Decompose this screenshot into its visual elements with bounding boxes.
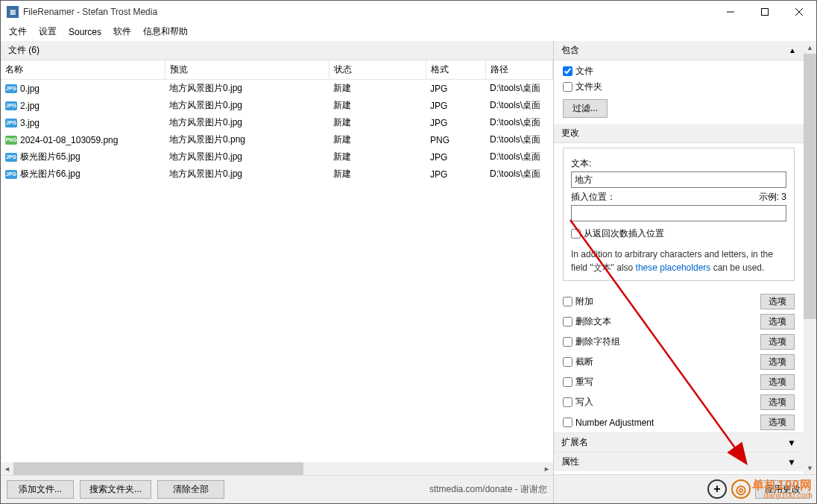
v-scroll-thumb[interactable] (804, 54, 816, 319)
apply-changes-button[interactable]: 应用更改 (755, 480, 810, 499)
scroll-up-icon[interactable]: ▲ (804, 41, 816, 54)
h-scroll-thumb[interactable] (13, 462, 303, 475)
scroll-down-icon[interactable]: ▼ (804, 462, 816, 474)
filter-button[interactable]: 过滤... (563, 99, 608, 118)
option-checkbox[interactable] (563, 418, 572, 427)
change-header[interactable]: 更改 (554, 124, 804, 143)
close-button[interactable] (782, 1, 816, 23)
position-label: 插入位置： (571, 191, 616, 204)
jpg-icon: JPG (5, 119, 17, 127)
filelist-header-label: 文件 (6) (8, 44, 40, 57)
col-preview[interactable]: 预览 (165, 60, 329, 80)
col-format[interactable]: 格式 (426, 60, 485, 80)
option-checkbox[interactable] (563, 357, 572, 367)
option-checkbox[interactable] (563, 377, 572, 387)
option-button[interactable]: 选项 (760, 354, 795, 370)
return-count-checkbox[interactable] (571, 229, 581, 239)
option-button[interactable]: 选项 (760, 294, 795, 309)
text-input[interactable] (571, 171, 786, 188)
svg-rect-1 (762, 9, 769, 16)
option-checkbox[interactable] (563, 397, 572, 407)
placeholders-link[interactable]: these placeholders (636, 262, 711, 273)
table-row[interactable]: JPG3.jpg地方风景图片0.jpg新建JPGD:\tools\桌面 (1, 114, 553, 131)
chevron-down-icon: ▼ (787, 438, 796, 448)
titlebar: ▦ FileRenamer - Stefan Trost Media (1, 1, 816, 23)
option-checkbox[interactable] (563, 317, 572, 327)
insert-note: In addition to arbitrary characters and … (571, 248, 786, 274)
table-row[interactable]: JPG极光图片66.jpg地方风景图片0.jpg新建JPGD:\tools\桌面 (1, 166, 553, 183)
filelist-header: 文件 (6) (1, 41, 553, 60)
option-label: 删除字符组 (575, 336, 620, 348)
zoom-in-button[interactable]: + (707, 479, 727, 499)
menu-sources[interactable]: Sources (63, 25, 107, 40)
menu-help[interactable]: 信息和帮助 (138, 23, 193, 40)
option-label: 写入 (575, 396, 593, 409)
col-status[interactable]: 状态 (329, 60, 426, 80)
option-button[interactable]: 选项 (760, 334, 795, 350)
chevron-down-icon: ▼ (787, 457, 796, 467)
jpg-icon: JPG (5, 101, 17, 110)
jpg-icon: JPG (5, 84, 17, 93)
include-header[interactable]: 包含 ▲ (554, 41, 804, 60)
include-folders-label: 文件夹 (575, 81, 602, 93)
return-count-label: 从返回次数插入位置 (584, 227, 664, 240)
option-button[interactable]: 选项 (760, 314, 795, 330)
window-title: FileRenamer - Stefan Trost Media (23, 7, 713, 17)
option-checkbox[interactable] (563, 337, 572, 347)
menu-file[interactable]: 文件 (4, 23, 32, 40)
position-input[interactable] (571, 205, 786, 221)
menu-software[interactable]: 软件 (108, 23, 136, 40)
option-label: Number Adjustment (575, 418, 654, 428)
h-scrollbar[interactable]: ◄ ► (1, 462, 553, 475)
search-folder-button[interactable]: 搜索文件夹... (80, 480, 151, 499)
option-button[interactable]: 选项 (760, 394, 795, 410)
include-folders-checkbox[interactable] (563, 82, 572, 92)
clear-all-button[interactable]: 清除全部 (157, 480, 224, 499)
maximize-button[interactable] (748, 1, 782, 23)
extension-header[interactable]: 扩展名 ▼ (554, 432, 804, 452)
insert-text-box: 文本: 插入位置： 示例: 3 从返回次数插入位置 In addition to… (563, 148, 795, 281)
option-button[interactable]: 选项 (760, 374, 795, 390)
scroll-right-icon[interactable]: ► (540, 462, 553, 475)
menu-settings[interactable]: 设置 (34, 23, 62, 40)
option-label: 截断 (575, 356, 593, 368)
target-button[interactable]: ◎ (731, 479, 751, 499)
donate-link[interactable]: sttmedia.com/donate - 谢谢您 (429, 483, 547, 496)
png-icon: PNG (5, 136, 17, 145)
table-row[interactable]: JPG0.jpg地方风景图片0.jpg新建JPGD:\tools\桌面 (1, 80, 553, 98)
text-label: 文本: (571, 157, 591, 170)
minimize-button[interactable] (713, 1, 748, 23)
collapse-icon: ▲ (789, 46, 796, 54)
col-name[interactable]: 名称 (1, 60, 165, 80)
example-label: 示例: 3 (759, 191, 786, 204)
add-files-button[interactable]: 添加文件... (7, 480, 74, 499)
file-table: 名称 预览 状态 格式 路径 JPG0.jpg地方风景图片0.jpg新建JPGD… (1, 60, 553, 462)
include-files-checkbox[interactable] (563, 66, 572, 76)
option-label: 删除文本 (575, 315, 611, 328)
scroll-left-icon[interactable]: ◄ (1, 462, 13, 475)
attributes-header[interactable]: 属性 ▼ (554, 452, 804, 471)
app-icon: ▦ (7, 6, 19, 18)
bottom-toolbar: 添加文件... 搜索文件夹... 清除全部 sttmedia.com/donat… (1, 475, 553, 503)
jpg-icon: JPG (5, 153, 17, 162)
col-path[interactable]: 路径 (485, 60, 553, 80)
option-button[interactable]: 选项 (760, 415, 795, 430)
include-files-label: 文件 (575, 65, 593, 78)
table-row[interactable]: PNG2024-01-08_103059.png地方风景图片0.png新建PNG… (1, 131, 553, 148)
table-row[interactable]: JPG极光图片65.jpg地方风景图片0.jpg新建JPGD:\tools\桌面 (1, 148, 553, 166)
jpg-icon: JPG (5, 170, 17, 179)
menubar: 文件 设置 Sources 软件 信息和帮助 (1, 23, 816, 41)
table-row[interactable]: JPG2.jpg地方风景图片0.jpg新建JPGD:\tools\桌面 (1, 97, 553, 114)
option-label: 重写 (575, 376, 593, 388)
option-checkbox[interactable] (563, 297, 572, 306)
v-scrollbar[interactable]: ▲ ▼ (804, 41, 816, 474)
option-label: 附加 (575, 295, 593, 308)
